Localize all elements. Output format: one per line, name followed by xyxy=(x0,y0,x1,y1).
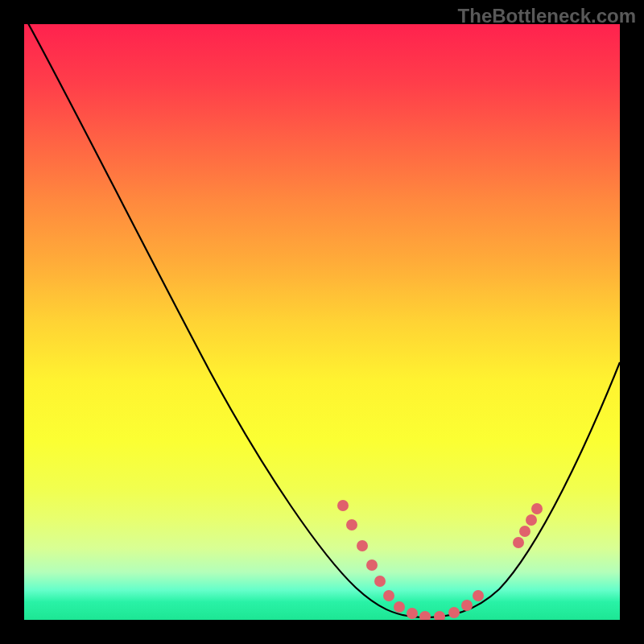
chart-svg xyxy=(24,24,620,620)
data-marker xyxy=(419,611,431,620)
watermark-text: TheBottleneck.com xyxy=(458,5,636,27)
curve-line xyxy=(24,24,620,617)
data-marker xyxy=(337,500,349,511)
data-marker xyxy=(519,526,530,537)
plot-area xyxy=(24,24,620,620)
data-marker xyxy=(374,576,386,587)
data-marker xyxy=(461,600,473,611)
data-marker xyxy=(357,540,368,551)
data-marker xyxy=(448,607,460,618)
data-marker xyxy=(526,514,537,526)
data-marker xyxy=(366,559,378,571)
data-marker xyxy=(531,503,543,514)
marker-group xyxy=(337,500,543,620)
data-marker xyxy=(346,519,357,530)
data-marker xyxy=(513,537,524,548)
data-marker xyxy=(473,590,484,601)
data-marker xyxy=(394,601,405,613)
data-marker xyxy=(434,611,445,620)
data-marker xyxy=(383,590,394,601)
data-marker xyxy=(407,608,418,619)
